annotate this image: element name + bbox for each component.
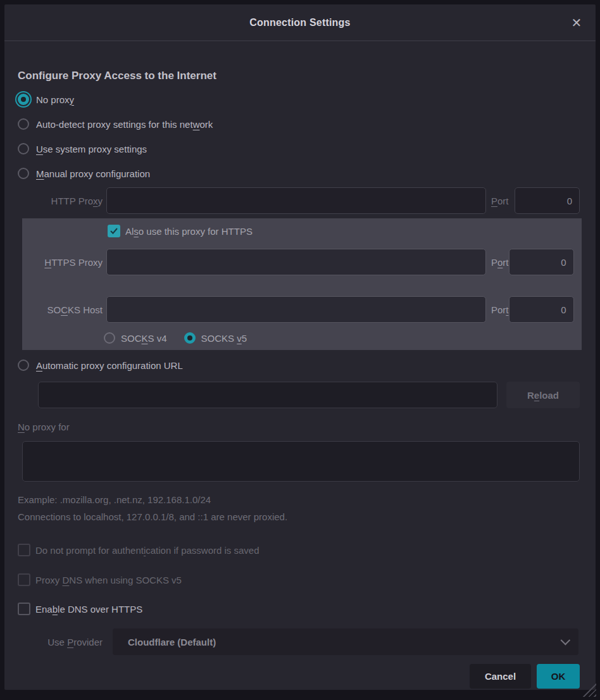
also-https-checkbox[interactable] — [108, 225, 120, 237]
http-port-input[interactable] — [515, 187, 580, 214]
no-proxy-for-textarea[interactable] — [22, 441, 580, 482]
no-auth-prompt-checkbox[interactable] — [18, 544, 30, 556]
provider-dropdown[interactable]: Cloudflare (Default) — [113, 628, 578, 655]
radio-row-system-proxy[interactable]: Use system proxy settings — [18, 141, 580, 156]
radio-socks-v5-label: SOCKS v5 — [201, 333, 247, 344]
radio-row-auto-detect[interactable]: Auto-detect proxy settings for this netw… — [18, 116, 580, 132]
doh-label: Enable DNS over HTTPS — [35, 604, 142, 615]
proxy-dns-checkbox[interactable] — [18, 573, 30, 586]
doh-checkbox[interactable] — [18, 603, 30, 615]
radio-autoconfig-label: Automatic proxy configuration URL — [36, 360, 183, 371]
http-proxy-label: HTTP Proxy — [18, 196, 106, 206]
no-proxy-example-text: Example: .mozilla.org, .net.nz, 192.168.… — [18, 494, 580, 508]
reload-button[interactable]: Reload — [506, 382, 580, 408]
close-button[interactable]: ✕ — [566, 13, 587, 33]
option-row-doh[interactable]: Enable DNS over HTTPS — [18, 601, 580, 616]
also-https-label: Also use this proxy for HTTPS — [125, 226, 253, 237]
radio-autoconfig[interactable] — [18, 359, 29, 371]
http-proxy-input[interactable] — [106, 187, 486, 214]
radio-socks-v4-label: SOCKS v4 — [121, 333, 167, 344]
no-proxy-for-label: No proxy for — [18, 422, 580, 435]
autoconfig-url-input[interactable] — [38, 382, 497, 408]
ok-button[interactable]: OK — [537, 664, 580, 689]
radio-auto-detect-label: Auto-detect proxy settings for this netw… — [36, 119, 213, 130]
dialog-footer: Cancel OK — [18, 664, 580, 689]
option-row-no-auth-prompt[interactable]: Do not prompt for authentication if pass… — [18, 542, 580, 558]
http-proxy-row: HTTP Proxy Port — [18, 187, 580, 214]
radio-manual-proxy-label: Manual proxy configuration — [36, 168, 150, 179]
no-proxy-note-text: Connections to localhost, 127.0.0.1/8, a… — [18, 511, 580, 525]
radio-row-autoconfig[interactable]: Automatic proxy configuration URL — [18, 358, 580, 373]
socks-port-input[interactable] — [509, 296, 574, 323]
socks-port-label: Port — [491, 304, 509, 315]
option-row-proxy-dns[interactable]: Proxy DNS when using SOCKS v5 — [18, 572, 580, 587]
radio-no-proxy-label: No proxy — [36, 94, 74, 105]
https-port-label: Port — [491, 257, 509, 268]
close-icon: ✕ — [572, 15, 582, 30]
provider-row: Use Provider Cloudflare (Default) — [18, 628, 580, 655]
highlighted-panel: Also use this proxy for HTTPS HTTPS Prox… — [22, 218, 582, 350]
socks-host-label: SOCKS Host — [22, 304, 106, 315]
also-https-row[interactable]: Also use this proxy for HTTPS — [108, 223, 568, 239]
https-port-input[interactable] — [509, 249, 574, 275]
radio-auto-detect[interactable] — [18, 118, 29, 130]
page-title: Configure Proxy Access to the Internet — [18, 70, 580, 82]
proxy-dns-label: Proxy DNS when using SOCKS v5 — [35, 575, 182, 585]
radio-socks-v4[interactable] — [104, 332, 115, 344]
check-icon — [109, 227, 118, 235]
radio-no-proxy[interactable] — [18, 94, 29, 105]
dialog-title: Connection Settings — [249, 17, 350, 28]
cancel-button[interactable]: Cancel — [470, 664, 531, 689]
connection-settings-dialog: Connection Settings ✕ Configure Proxy Ac… — [4, 4, 596, 690]
radio-row-no-proxy[interactable]: No proxy — [18, 92, 580, 107]
https-proxy-input[interactable] — [106, 249, 486, 275]
http-port-label: Port — [491, 196, 509, 206]
socks-version-row: SOCKS v4 SOCKS v5 — [104, 330, 568, 346]
autoconfig-url-row: Reload — [18, 382, 580, 408]
provider-dropdown-value: Cloudflare (Default) — [128, 637, 216, 647]
socks-host-input[interactable] — [106, 296, 486, 323]
https-proxy-row: HTTPS Proxy Port — [22, 249, 568, 275]
provider-label: Use Provider — [18, 637, 106, 647]
radio-socks-v5[interactable] — [184, 332, 196, 344]
radio-system-proxy-label: Use system proxy settings — [36, 144, 147, 154]
https-proxy-label: HTTPS Proxy — [22, 257, 106, 268]
chevron-down-icon — [561, 635, 571, 645]
dialog-content: Configure Proxy Access to the Internet N… — [4, 41, 596, 690]
dialog-titlebar: Connection Settings ✕ — [4, 4, 596, 41]
radio-row-manual-proxy[interactable]: Manual proxy configuration — [18, 166, 580, 181]
socks-host-row: SOCKS Host Port — [22, 296, 568, 323]
radio-manual-proxy[interactable] — [18, 168, 29, 179]
no-auth-prompt-label: Do not prompt for authentication if pass… — [35, 545, 259, 556]
radio-system-proxy[interactable] — [18, 143, 29, 154]
